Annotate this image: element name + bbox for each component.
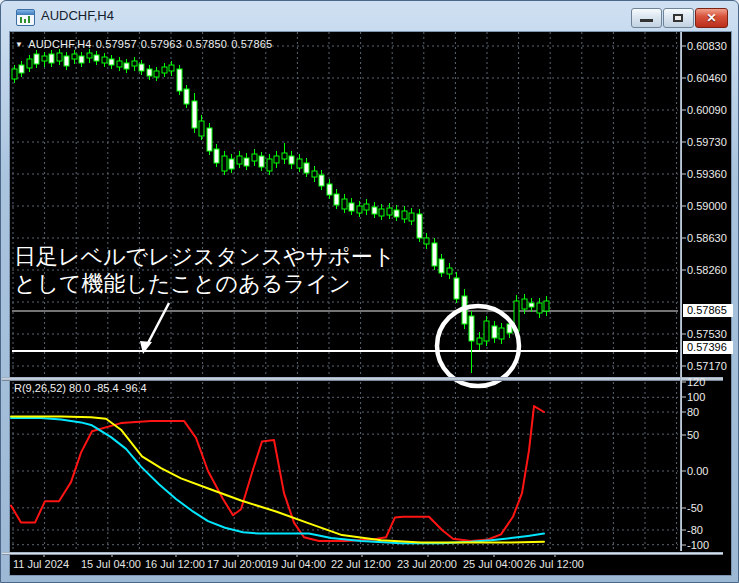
candle	[102, 57, 107, 63]
pane-separator[interactable]	[2, 377, 723, 381]
candle	[402, 211, 407, 219]
candle	[537, 303, 542, 313]
high-value: 0.57963	[141, 38, 182, 50]
time-axis-label: 23 Jul 20:00	[397, 558, 457, 570]
indicator-axis-label: 80	[687, 406, 699, 418]
candle	[12, 69, 17, 79]
header-symbol: AUDCHF,H4	[28, 38, 92, 50]
candle	[289, 156, 294, 164]
indicator-axis-label: 100	[687, 391, 705, 403]
indicator-axis-label: -100	[687, 539, 709, 551]
candle	[267, 159, 272, 171]
candle	[72, 54, 77, 59]
time-axis-label: 15 Jul 04:00	[81, 558, 141, 570]
price-axis-label: 0.59360	[687, 168, 727, 180]
candle	[229, 159, 234, 169]
price-axis-label: 0.58630	[687, 232, 727, 244]
candle	[297, 159, 302, 168]
candle	[544, 301, 549, 311]
candle	[214, 149, 219, 163]
time-axis-label: 17 Jul 20:00	[207, 558, 267, 570]
indicator-axis-label: -80	[687, 524, 703, 536]
candle	[252, 154, 257, 161]
candle	[499, 328, 504, 339]
time-axis-label: 25 Jul 04:00	[463, 558, 523, 570]
rci-line-RCI26	[11, 418, 544, 543]
close-value: 0.57865	[231, 38, 272, 50]
price-axis-divider	[680, 32, 682, 551]
candle	[432, 243, 437, 266]
indicator-axis-label: 50	[687, 429, 699, 441]
candle	[364, 204, 369, 210]
annotation-text-line2: として機能したことのあるライン	[14, 271, 351, 297]
candle	[34, 54, 39, 64]
candle	[334, 194, 339, 205]
candle	[349, 203, 354, 211]
rci-line-RCI9	[11, 406, 544, 541]
candle	[424, 238, 429, 244]
candle	[282, 153, 287, 159]
candle	[169, 65, 174, 71]
candle	[199, 121, 204, 136]
price-axis-label: 0.57530	[687, 328, 727, 340]
candle	[222, 156, 227, 171]
candle	[147, 69, 152, 76]
ohlc-header: ▼AUDCHF,H40.579570.579630.578500.57865	[15, 38, 276, 50]
candle	[387, 208, 392, 215]
indicator-axis-label: 0.00	[687, 465, 708, 477]
indicator-axis-label: -50	[687, 502, 703, 514]
candle	[357, 206, 362, 213]
time-axis-label: 16 Jul 12:00	[145, 558, 205, 570]
candle	[259, 156, 264, 167]
open-value: 0.57957	[96, 38, 137, 50]
price-axis-label: 0.57170	[687, 360, 727, 372]
candle	[372, 207, 377, 214]
candle	[19, 65, 24, 73]
candle	[42, 56, 47, 61]
candle	[87, 53, 92, 58]
candle	[477, 338, 482, 344]
candle	[132, 61, 137, 66]
annotation-text-line1: 日足レベルでレジスタンスやサポート	[14, 244, 395, 270]
candle	[304, 163, 309, 173]
candle	[319, 175, 324, 186]
price-axis-label: 0.60460	[687, 72, 727, 84]
time-axis-label: 22 Jul 12:00	[331, 558, 391, 570]
candle	[409, 213, 414, 221]
candle	[184, 89, 189, 104]
price-axis-label: 0.60090	[687, 104, 727, 116]
candle	[162, 67, 167, 73]
candle	[274, 156, 279, 163]
candle	[64, 56, 69, 66]
time-axis-label: 11 Jul 2024	[13, 558, 69, 570]
candle	[327, 184, 332, 195]
indicator-axis-label: 120	[687, 376, 705, 388]
price-axis-label: 0.58260	[687, 264, 727, 276]
candle	[244, 158, 249, 166]
candle	[207, 128, 212, 151]
candle	[492, 326, 497, 338]
chart-window: AUDCHF,H4 ✕ ▼AUDCHF,H40.579570.579630.57…	[0, 0, 739, 583]
chevron-down-icon: ▼	[15, 40, 23, 49]
candle	[27, 59, 32, 68]
candle	[394, 210, 399, 217]
low-value: 0.57850	[186, 38, 227, 50]
price-axis-label: 0.59730	[687, 136, 727, 148]
bid-price-badge: 0.57865	[683, 304, 733, 317]
candle	[529, 303, 534, 307]
indicator-label: R(9,26,52) 80.0 -85.4 -96.4	[14, 382, 147, 394]
candle	[522, 299, 527, 309]
candle	[109, 59, 114, 65]
price-axis-label: 0.59000	[687, 200, 727, 212]
candle	[177, 69, 182, 91]
candle	[454, 278, 459, 299]
time-axis-label: 19 Jul 04:00	[266, 558, 326, 570]
highlight-circle	[437, 306, 519, 386]
candle	[469, 316, 474, 341]
candle	[192, 101, 197, 128]
candle	[94, 55, 99, 61]
candle	[342, 199, 347, 209]
candle	[139, 64, 144, 71]
time-axis-label: 26 Jul 12:00	[524, 558, 584, 570]
annotation-arrow	[147, 303, 169, 345]
